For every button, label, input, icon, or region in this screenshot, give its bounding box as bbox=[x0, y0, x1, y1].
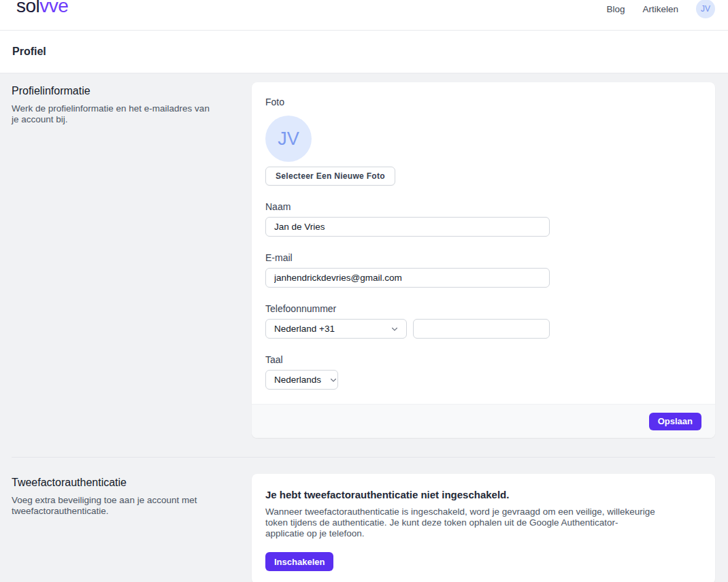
twofactor-status-body: Wanneer tweefactorauthenticatie is inges… bbox=[265, 507, 657, 539]
main-content: Profielinformatie Werk de profielinforma… bbox=[0, 73, 728, 582]
photo-label: Foto bbox=[265, 97, 701, 107]
logo-text-primary: sol bbox=[16, 0, 39, 16]
name-field-group: Naam bbox=[265, 201, 701, 237]
twofactor-card-body: Je hebt tweefactorauthenticatie niet ing… bbox=[252, 474, 715, 582]
phone-field-group: Telefoonnummer Nederland +31 bbox=[265, 303, 701, 339]
twofactor-section-head: Tweefactorauthenticatie Voeg extra bevei… bbox=[12, 474, 252, 582]
profile-info-section: Profielinformatie Werk de profielinforma… bbox=[12, 82, 715, 438]
name-label: Naam bbox=[265, 201, 701, 212]
language-label: Taal bbox=[265, 354, 701, 365]
profile-form-body: Foto JV Selecteer Een Nieuwe Foto Naam E… bbox=[252, 82, 715, 404]
chevron-down-icon bbox=[329, 376, 337, 384]
nav-link-blog[interactable]: Blog bbox=[606, 0, 625, 19]
chevron-down-icon bbox=[391, 325, 399, 333]
email-field-group: E-mail bbox=[265, 252, 701, 288]
phone-country-select[interactable]: Nederland +31 bbox=[265, 319, 407, 339]
logo-text-accent: vve bbox=[39, 0, 68, 16]
profile-photo-avatar: JV bbox=[265, 116, 312, 162]
language-select[interactable]: Nederlands bbox=[265, 370, 338, 390]
profile-section-title: Profielinformatie bbox=[12, 85, 225, 97]
page-title-bar: Profiel bbox=[0, 31, 728, 73]
twofactor-section-description: Voeg extra beveiliging toe aan je accoun… bbox=[12, 495, 219, 517]
header-nav: Blog Artikelen JV bbox=[606, 0, 715, 19]
avatar[interactable]: JV bbox=[696, 0, 715, 18]
language-field-group: Taal Nederlands bbox=[265, 354, 701, 390]
top-header: solvve Blog Artikelen JV bbox=[0, 0, 728, 31]
phone-label: Telefoonnummer bbox=[265, 303, 701, 314]
nav-link-artikelen[interactable]: Artikelen bbox=[642, 0, 678, 19]
language-selected-value: Nederlands bbox=[274, 375, 321, 385]
profile-section-head: Profielinformatie Werk de profielinforma… bbox=[12, 82, 252, 438]
twofactor-card: Je hebt tweefactorauthenticatie niet ing… bbox=[252, 474, 715, 582]
save-button[interactable]: Opslaan bbox=[649, 413, 701, 430]
phone-number-input[interactable] bbox=[413, 319, 550, 339]
email-field[interactable] bbox=[265, 268, 550, 288]
phone-row: Nederland +31 bbox=[265, 319, 701, 339]
profile-section-description: Werk de profielinformatie en het e-maila… bbox=[12, 103, 219, 125]
twofactor-section-title: Tweefactorauthenticatie bbox=[12, 477, 225, 489]
twofactor-status-heading: Je hebt tweefactorauthenticatie niet ing… bbox=[265, 489, 701, 500]
profile-form-footer: Opslaan bbox=[252, 404, 715, 438]
page-title: Profiel bbox=[12, 46, 46, 58]
twofactor-section: Tweefactorauthenticatie Voeg extra bevei… bbox=[12, 474, 715, 582]
profile-form-card: Foto JV Selecteer Een Nieuwe Foto Naam E… bbox=[252, 82, 715, 438]
name-input[interactable] bbox=[265, 217, 550, 237]
phone-country-selected-value: Nederland +31 bbox=[274, 324, 335, 334]
section-divider bbox=[12, 457, 715, 458]
email-label: E-mail bbox=[265, 252, 701, 263]
app-logo[interactable]: solvve bbox=[16, 0, 68, 17]
enable-twofactor-button[interactable]: Inschakelen bbox=[265, 552, 333, 571]
select-new-photo-button[interactable]: Selecteer Een Nieuwe Foto bbox=[265, 167, 395, 186]
